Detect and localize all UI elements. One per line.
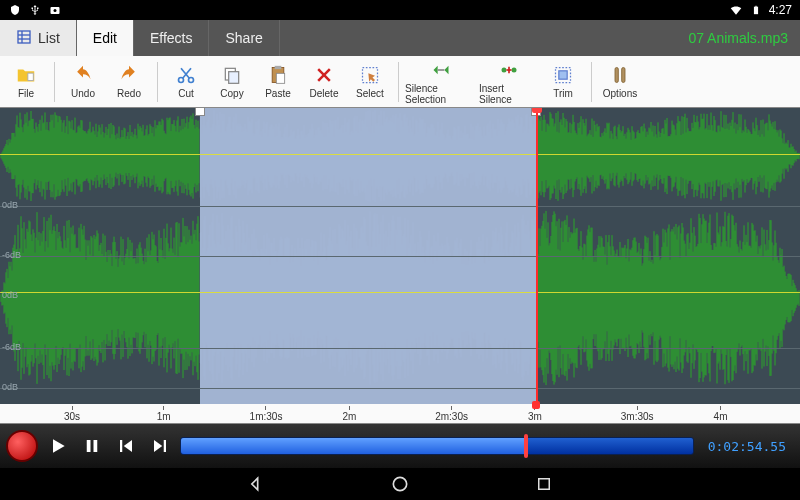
nav-home-button[interactable] (388, 472, 412, 496)
undo-icon (72, 64, 94, 86)
shield-icon (8, 3, 22, 17)
timeline-tick: 3m:30s (621, 406, 654, 422)
copy-icon (221, 64, 243, 86)
tab-share-label: Share (225, 30, 262, 46)
trim-button[interactable]: Trim (541, 58, 585, 106)
trim-icon (552, 64, 574, 86)
tab-effects[interactable]: Effects (134, 20, 210, 56)
toolbar: File Undo Redo Cut Copy Paste Delete Sel… (0, 56, 800, 108)
options-label: Options (603, 88, 637, 99)
pause-button[interactable] (78, 432, 106, 460)
svg-line-11 (181, 68, 189, 78)
waveform-svg (0, 108, 800, 404)
cut-label: Cut (178, 88, 194, 99)
progress-bar[interactable] (180, 437, 694, 455)
photo-icon (48, 3, 62, 17)
folder-icon (15, 64, 37, 86)
tab-edit[interactable]: Edit (77, 20, 134, 56)
svg-rect-26 (559, 71, 567, 79)
delete-label: Delete (310, 88, 339, 99)
timeline-tick: 30s (64, 406, 80, 422)
trim-label: Trim (553, 88, 573, 99)
nav-recent-button[interactable] (532, 472, 556, 496)
nav-back-button[interactable] (244, 472, 268, 496)
svg-rect-1630 (94, 440, 98, 452)
svg-rect-3 (755, 6, 757, 7)
insert-silence-button[interactable]: Insert Silence (479, 58, 539, 106)
options-button[interactable]: Options (598, 58, 642, 106)
copy-label: Copy (220, 88, 243, 99)
tab-share[interactable]: Share (209, 20, 279, 56)
select-label: Select (356, 88, 384, 99)
tab-effects-label: Effects (150, 30, 193, 46)
svg-rect-2 (754, 7, 758, 15)
list-icon (16, 29, 32, 48)
timeline-tick: 2m (342, 406, 356, 422)
wifi-icon (729, 3, 743, 17)
silence-icon (430, 59, 452, 81)
skip-forward-button[interactable] (146, 432, 174, 460)
android-navbar (0, 468, 800, 500)
file-label: File (18, 88, 34, 99)
usb-icon (28, 3, 42, 17)
svg-line-10 (183, 68, 191, 78)
tab-list[interactable]: List (0, 20, 77, 56)
svg-rect-27 (615, 68, 618, 83)
waveform-display[interactable]: 0dB -6dB 0dB -6dB 0dB (0, 108, 800, 404)
svg-point-1633 (393, 477, 406, 490)
scissors-icon (175, 64, 197, 86)
options-icon (609, 64, 631, 86)
redo-icon (118, 64, 140, 86)
svg-rect-15 (275, 66, 282, 69)
select-button[interactable]: Select (348, 58, 392, 106)
svg-rect-4 (18, 31, 30, 43)
insert-silence-label: Insert Silence (479, 83, 539, 105)
undo-label: Undo (71, 88, 95, 99)
filename-label: 07 Animals.mp3 (676, 20, 800, 56)
tab-edit-label: Edit (93, 30, 117, 46)
copy-button[interactable]: Copy (210, 58, 254, 106)
svg-point-1 (54, 9, 57, 12)
svg-rect-13 (229, 72, 239, 84)
timeline-tick: 4m (714, 406, 728, 422)
progress-fill (181, 438, 524, 454)
undo-button[interactable]: Undo (61, 58, 105, 106)
progress-marker[interactable] (524, 434, 528, 458)
file-button[interactable]: File (4, 58, 48, 106)
svg-rect-1632 (164, 440, 166, 452)
timeline-tick: 2m:30s (435, 406, 468, 422)
timecode-display: 0:02:54.55 (700, 439, 794, 454)
timeline-tick: 1m (157, 406, 171, 422)
battery-icon (749, 3, 763, 17)
redo-button[interactable]: Redo (107, 58, 151, 106)
delete-button[interactable]: Delete (302, 58, 346, 106)
paste-icon (267, 64, 289, 86)
paste-button[interactable]: Paste (256, 58, 300, 106)
redo-label: Redo (117, 88, 141, 99)
svg-point-21 (502, 67, 507, 72)
play-button[interactable] (44, 432, 72, 460)
tabbar: List Edit Effects Share 07 Animals.mp3 (0, 20, 800, 56)
svg-rect-16 (276, 73, 284, 83)
record-button[interactable] (6, 430, 38, 462)
android-statusbar: 4:27 (0, 0, 800, 20)
timeline-ruler[interactable]: 30s 1m 1m:30s 2m 2m:30s 3m 3m:30s 4m (0, 404, 800, 424)
svg-rect-1634 (539, 479, 550, 490)
insert-silence-icon (498, 59, 520, 81)
svg-rect-28 (622, 68, 625, 83)
svg-point-22 (512, 67, 517, 72)
tab-list-label: List (38, 30, 60, 46)
svg-rect-1631 (120, 440, 122, 452)
select-icon (359, 64, 381, 86)
statusbar-time: 4:27 (769, 3, 792, 17)
cut-button[interactable]: Cut (164, 58, 208, 106)
silence-selection-label: Silence Selection (405, 83, 477, 105)
paste-label: Paste (265, 88, 291, 99)
svg-rect-1629 (87, 440, 91, 452)
skip-back-button[interactable] (112, 432, 140, 460)
delete-icon (313, 64, 335, 86)
timeline-tick: 1m:30s (250, 406, 283, 422)
timeline-playhead-marker[interactable] (532, 401, 540, 409)
silence-selection-button[interactable]: Silence Selection (405, 58, 477, 106)
playback-bar: 0:02:54.55 (0, 424, 800, 468)
